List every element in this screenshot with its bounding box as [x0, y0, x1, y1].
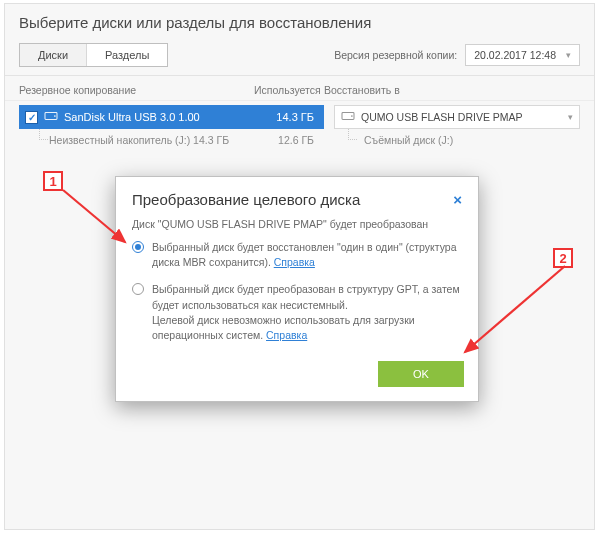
- tab-partitions[interactable]: Разделы: [87, 44, 167, 66]
- annotation-2: 2: [553, 248, 573, 268]
- radio-option-gpt[interactable]: Выбранный диск будет преобразован в стру…: [132, 282, 462, 343]
- content-area: ✓ SanDisk Ultra USB 3.0 1.00 14.3 ГБ Неи…: [5, 101, 594, 151]
- source-pane: ✓ SanDisk Ultra USB 3.0 1.00 14.3 ГБ Неи…: [19, 105, 324, 151]
- col-restore-to: Восстановить в: [324, 84, 580, 96]
- source-drive-size: 14.3 ГБ: [276, 111, 318, 123]
- toolbar: Диски Разделы Версия резервной копии: 20…: [5, 39, 594, 76]
- backup-version-label: Версия резервной копии:: [334, 49, 457, 61]
- dest-partition-row: Съёмный диск (J:): [334, 129, 580, 151]
- chevron-down-icon: ▾: [568, 112, 573, 122]
- ok-button[interactable]: OK: [378, 361, 464, 387]
- source-drive-row[interactable]: ✓ SanDisk Ultra USB 3.0 1.00 14.3 ГБ: [19, 105, 324, 129]
- radio-option-gpt-text: Выбранный диск будет преобразован в стру…: [152, 282, 462, 343]
- radio-icon[interactable]: [132, 283, 144, 295]
- backup-version-value: 20.02.2017 12:48: [474, 49, 556, 61]
- convert-disk-dialog: Преобразование целевого диска × Диск "QU…: [115, 176, 479, 402]
- dialog-subtitle: Диск "QUMO USB FLASH DRIVE PMAP" будет п…: [116, 212, 478, 232]
- column-headers: Резервное копирование Используется Восст…: [5, 76, 594, 101]
- close-icon[interactable]: ×: [453, 191, 462, 208]
- help-link[interactable]: Справка: [266, 329, 307, 341]
- source-drive-name: SanDisk Ultra USB 3.0 1.00: [64, 111, 200, 123]
- page-title: Выберите диски или разделы для восстанов…: [5, 4, 594, 39]
- dest-drive-select[interactable]: QUMO USB FLASH DRIVE PMAP ▾: [334, 105, 580, 129]
- dest-partition-name: Съёмный диск (J:): [364, 134, 453, 146]
- drive-icon: [44, 110, 58, 124]
- col-backup: Резервное копирование: [19, 84, 254, 96]
- radio-group: Выбранный диск будет восстановлен "один …: [116, 232, 478, 343]
- view-segmented: Диски Разделы: [19, 43, 168, 67]
- radio-option-mbr[interactable]: Выбранный диск будет восстановлен "один …: [132, 240, 462, 270]
- source-partition-name: Неизвестный накопитель (J:) 14.3 ГБ: [49, 134, 229, 146]
- radio-option-mbr-text: Выбранный диск будет восстановлен "один …: [152, 240, 462, 270]
- drive-icon: [341, 110, 355, 124]
- chevron-down-icon: ▾: [566, 50, 571, 60]
- dest-pane: QUMO USB FLASH DRIVE PMAP ▾ Съёмный диск…: [324, 105, 580, 151]
- app-window: Выберите диски или разделы для восстанов…: [4, 3, 595, 530]
- svg-point-1: [54, 115, 56, 117]
- dialog-title: Преобразование целевого диска: [132, 191, 360, 208]
- help-link[interactable]: Справка: [274, 256, 315, 268]
- source-partition-used: 12.6 ГБ: [278, 134, 324, 146]
- svg-line-5: [465, 266, 565, 352]
- backup-version-select[interactable]: 20.02.2017 12:48 ▾: [465, 44, 580, 66]
- source-partition-row[interactable]: Неизвестный накопитель (J:) 14.3 ГБ 12.6…: [19, 129, 324, 151]
- col-used: Используется: [254, 84, 324, 96]
- dest-drive-name: QUMO USB FLASH DRIVE PMAP: [361, 111, 523, 123]
- annotation-1: 1: [43, 171, 63, 191]
- tab-disks[interactable]: Диски: [20, 44, 87, 66]
- svg-point-3: [351, 115, 353, 117]
- source-drive-checkbox[interactable]: ✓: [25, 111, 38, 124]
- radio-icon[interactable]: [132, 241, 144, 253]
